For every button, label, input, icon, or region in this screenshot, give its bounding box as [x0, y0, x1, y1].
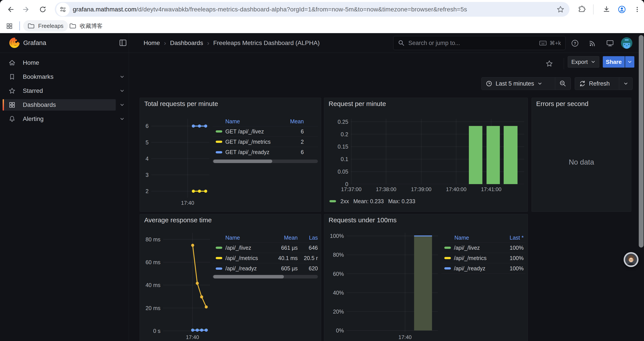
time-range-picker[interactable]: Last 5 minutes [482, 78, 555, 90]
menu-button[interactable] [633, 5, 641, 14]
forward-button[interactable] [22, 5, 30, 14]
panel-title[interactable]: Request per minute [328, 100, 386, 108]
series-color-blue [444, 267, 451, 269]
sidebar-item-dashboards[interactable]: Dashboards [0, 98, 128, 112]
series-name[interactable]: 2xx [340, 198, 349, 204]
series-last: 646 [298, 245, 318, 251]
export-button[interactable]: Export [568, 56, 599, 68]
y-axis-tick: 6 [146, 123, 148, 129]
sidebar-item-starred[interactable]: Starred [0, 84, 128, 98]
series-color-yellow [216, 141, 222, 143]
legend-header-name[interactable]: Name [212, 235, 271, 241]
legend-scrollbar-thumb[interactable] [213, 160, 272, 163]
folder-icon [28, 23, 35, 29]
panel-title[interactable]: Errors per second [536, 100, 588, 108]
menu-icon [633, 6, 641, 14]
display-button[interactable] [606, 39, 614, 47]
chevron-down-icon[interactable] [119, 88, 126, 94]
chart-canvas [346, 233, 438, 332]
sidebar-item-alerting[interactable]: Alerting [0, 112, 128, 126]
y-axis-tick: 0.15 [338, 144, 348, 150]
share-button[interactable]: Share [603, 56, 625, 68]
news-button[interactable] [588, 39, 597, 47]
y-axis-tick: 0% [336, 327, 344, 334]
refresh-controls: Refresh [575, 77, 632, 90]
refresh-interval-dropdown[interactable] [619, 78, 632, 90]
legend-header-last[interactable]: Last * [502, 235, 524, 241]
star-icon [8, 87, 16, 95]
series-mean: 6 [289, 128, 304, 135]
grafana-logo[interactable] [9, 37, 20, 49]
address-bar[interactable]: grafana.mathmast.com/d/deytv4rwavabkb/fr… [55, 2, 570, 17]
legend-header-last[interactable]: Las [298, 235, 318, 241]
reload-button[interactable] [38, 5, 47, 14]
series-mean: 605 µs [271, 265, 298, 272]
bookmark-folder-freeleaps[interactable]: Freeleaps [23, 20, 68, 32]
refresh-icon [579, 80, 586, 87]
site-info-icon[interactable] [56, 3, 70, 16]
favorite-dashboard-button[interactable] [545, 60, 553, 68]
panel-title[interactable]: Total requests per minute [144, 100, 218, 108]
help-button[interactable]: ? [571, 39, 579, 47]
bookmark-folder-blogs[interactable]: 收藏博客 [65, 20, 107, 32]
bookmarks-bar: Freeleaps 收藏博客 [0, 19, 644, 33]
clock-icon [486, 80, 492, 87]
panel-title[interactable]: Requests under 100ms [328, 216, 396, 224]
series-color-green [216, 130, 222, 133]
sidebar-item-home[interactable]: Home [0, 56, 128, 70]
chart-canvas [163, 233, 210, 332]
extensions-button[interactable] [577, 5, 586, 14]
back-button[interactable] [6, 5, 14, 14]
sidebar-item-label: Dashboards [23, 101, 56, 108]
series-name: GET /api/_/livez [225, 128, 264, 135]
sidebar-item-bookmarks[interactable]: Bookmarks [0, 70, 128, 84]
chart-average-response-time: 80 ms60 ms40 ms20 ms0 s17:40 [163, 233, 210, 332]
legend-header-mean[interactable]: Mean [289, 118, 304, 125]
sidebar-item-label: Starred [23, 87, 43, 94]
help-icon: ? [571, 39, 579, 47]
scrollbar-thumb[interactable] [639, 35, 644, 247]
chevron-down-icon[interactable] [119, 74, 126, 80]
search-input[interactable] [408, 40, 539, 47]
legend-scrollbar-thumb[interactable] [213, 275, 284, 278]
panel-title[interactable]: Average response time [144, 216, 212, 224]
y-axis-tick: 0 s [153, 327, 160, 334]
url-text: grafana.mathmast.com/d/deytv4rwavabkb/fr… [73, 6, 556, 13]
grid-icon [8, 101, 16, 109]
legend-header-name[interactable]: Name [212, 118, 289, 125]
assistant-avatar-widget[interactable] [624, 252, 638, 267]
y-axis-tick: 2 [146, 188, 148, 194]
download-button[interactable] [602, 5, 611, 14]
user-avatar[interactable] [621, 37, 632, 49]
x-axis-tick: 17:41:00 [481, 186, 501, 192]
breadcrumb-dashboards[interactable]: Dashboards [170, 40, 203, 47]
share-dropdown-button[interactable] [625, 56, 634, 68]
legend-header-name[interactable]: Name [442, 235, 502, 241]
no-data-message: No data [532, 158, 631, 166]
legend-header-mean[interactable]: Mean [271, 235, 298, 241]
chart-canvas [151, 119, 209, 198]
series-last: 20.5 r [298, 255, 318, 261]
chevron-down-icon[interactable] [119, 102, 126, 108]
search-box[interactable]: ⌘+k [393, 36, 566, 50]
y-axis-tick: 0.05 [338, 169, 348, 175]
series-color-yellow [444, 257, 451, 259]
chevron-down-icon[interactable] [119, 116, 126, 122]
mega-menu-dock-button[interactable] [119, 39, 127, 47]
chevron-down-icon [623, 81, 628, 86]
series-last: 100% [502, 255, 524, 261]
profile-button[interactable] [618, 5, 626, 14]
y-axis-tick: 3 [146, 172, 148, 178]
apps-button[interactable] [5, 22, 14, 30]
legend-scrollbar[interactable] [212, 275, 318, 278]
legend-scrollbar[interactable] [212, 160, 318, 163]
zoom-out-button[interactable] [555, 78, 570, 90]
legend-table: Name Mean Las /api/_/livez 661 µs 646 /a… [212, 233, 318, 278]
refresh-button[interactable]: Refresh [575, 78, 619, 90]
bookmark-star-icon[interactable] [556, 5, 565, 14]
breadcrumb-home[interactable]: Home [144, 40, 160, 47]
legend-row: GET /api/_/readyz 6 [212, 147, 318, 157]
series-name: /api/_/metrics [225, 255, 258, 261]
zoom-out-icon [559, 80, 566, 87]
series-name: /api/_/readyz [225, 265, 257, 272]
